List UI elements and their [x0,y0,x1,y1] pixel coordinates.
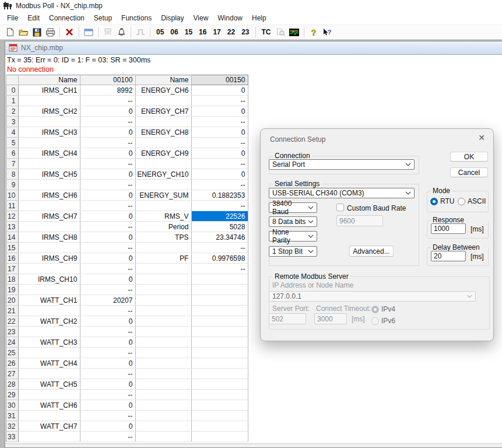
document-titlebar[interactable]: NX_chip.mbp [5,41,502,55]
value-cell-00150[interactable] [192,348,248,358]
value-cell-00100[interactable]: -- [80,138,136,148]
value-cell-00150[interactable]: -- [192,96,248,106]
value-cell-00150[interactable] [192,337,248,348]
custom-baud-field[interactable]: 9600 [336,215,383,226]
name-cell-00150[interactable]: RMS_V [136,211,192,222]
value-cell-00100[interactable]: -- [80,222,136,232]
name-cell-00100[interactable] [19,159,80,169]
name-cell-00150[interactable]: Period [136,222,192,232]
ip-address-select[interactable]: 127.0.0.1 [269,291,476,302]
value-cell-00150[interactable]: -- [192,138,248,148]
function-22-button[interactable]: 22 [224,26,238,38]
header-name-2[interactable]: Name [136,75,192,85]
value-cell-00150[interactable] [192,390,248,400]
name-cell-00100[interactable] [19,180,80,190]
ipv6-radio[interactable]: IPv6 [371,317,395,325]
name-cell-00150[interactable]: PF [136,253,192,264]
save-icon[interactable] [30,26,43,38]
value-cell-00150[interactable]: 0 [192,85,248,96]
name-cell-00100[interactable]: IRMS_CH4 [19,148,80,159]
value-cell-00100[interactable]: -- [80,285,136,295]
function-05-button[interactable]: 05 [153,26,167,38]
delay-field[interactable]: 20 [431,251,466,261]
name-cell-00150[interactable] [136,285,192,295]
value-cell-00100[interactable]: -- [80,264,136,274]
name-cell-00100[interactable]: WATT_CH4 [19,358,80,369]
name-cell-00150[interactable] [136,390,192,400]
name-cell-00100[interactable] [19,96,80,106]
name-cell-00150[interactable] [136,201,192,211]
name-cell-00150[interactable]: ENERGY_CH6 [136,85,192,96]
value-cell-00100[interactable]: 0 [80,211,136,222]
value-cell-00100[interactable]: 0 [80,400,136,411]
name-cell-00150[interactable] [136,316,192,327]
connect-timeout-field[interactable]: 3000 [314,313,347,324]
function-16-button[interactable]: 16 [196,26,209,38]
value-cell-00100[interactable]: 0 [80,127,136,138]
value-cell-00150[interactable]: 0 [192,106,248,117]
function-17-button[interactable]: 17 [210,26,223,38]
print-icon[interactable] [44,26,57,38]
name-cell-00100[interactable]: IRMS_CH9 [19,253,80,264]
close-icon[interactable]: ✕ [478,134,485,142]
name-cell-00100[interactable] [19,306,80,316]
value-cell-00150[interactable]: -- [192,243,248,253]
value-cell-00150[interactable]: 0 [192,127,248,138]
value-cell-00150[interactable]: 0.9976598 [192,253,248,264]
header-00150[interactable]: 00150 [192,75,248,85]
stop-bits-select[interactable]: 1 Stop Bit [269,246,317,257]
value-cell-00100[interactable]: 8992 [80,85,136,96]
value-cell-00150[interactable]: 0.1882353 [192,190,248,201]
menu-view[interactable]: View [189,12,213,24]
name-cell-00100[interactable]: WATT_CH6 [19,400,80,411]
value-cell-00150[interactable]: 0 [192,148,248,159]
function-06-button[interactable]: 06 [167,26,181,38]
name-cell-00150[interactable] [136,274,192,285]
name-cell-00100[interactable]: IRMS_CH5 [19,169,80,180]
name-cell-00150[interactable] [136,358,192,369]
value-cell-00100[interactable]: 0 [80,379,136,390]
value-cell-00100[interactable]: 0 [80,169,136,180]
name-cell-00150[interactable]: ENERGY_CH9 [136,148,192,159]
value-cell-00100[interactable]: 0 [80,232,136,243]
value-cell-00100[interactable]: -- [80,201,136,211]
name-cell-00150[interactable] [136,264,192,274]
name-cell-00150[interactable] [136,159,192,169]
name-cell-00100[interactable] [19,117,80,127]
advanced-button[interactable]: Advanced... [349,246,394,257]
name-cell-00100[interactable] [19,432,80,442]
response-timeout-field[interactable]: 1000 [431,223,466,234]
value-cell-00150[interactable] [192,316,248,327]
connection-type-select[interactable]: Serial Port [269,159,415,170]
value-cell-00100[interactable]: 0 [80,190,136,201]
name-cell-00100[interactable] [19,201,80,211]
menu-display[interactable]: Display [156,12,188,24]
menu-help[interactable]: Help [247,12,271,24]
name-cell-00150[interactable] [136,295,192,306]
cancel-button[interactable]: Cancel [450,167,488,177]
open-icon[interactable] [17,26,30,38]
value-cell-00100[interactable]: 0 [80,337,136,348]
zoom-icon[interactable] [275,26,287,38]
value-cell-00100[interactable]: 0 [80,253,136,264]
name-cell-00150[interactable] [136,327,192,337]
function-15-button[interactable]: 15 [182,26,195,38]
alarm-icon[interactable] [115,26,128,38]
name-cell-00150[interactable] [136,432,192,442]
name-cell-00100[interactable] [19,222,80,232]
parity-select[interactable]: None Parity [269,231,317,242]
name-cell-00150[interactable] [136,379,192,390]
value-cell-00100[interactable]: 20207 [80,295,136,306]
pulse-icon[interactable] [134,26,147,38]
name-cell-00150[interactable]: ENERGY_CH10 [136,169,192,180]
name-cell-00150[interactable] [136,337,192,348]
ok-button[interactable]: OK [450,152,488,162]
name-cell-00100[interactable]: IRMS_CH3 [19,127,80,138]
value-cell-00100[interactable]: 0 [80,274,136,285]
name-cell-00100[interactable]: IRMS_CH8 [19,232,80,243]
value-cell-00150[interactable] [192,369,248,379]
value-cell-00100[interactable]: 0 [80,358,136,369]
display-window-icon[interactable] [82,26,95,38]
menu-setup[interactable]: Setup [89,12,117,24]
value-cell-00150[interactable] [192,306,248,316]
